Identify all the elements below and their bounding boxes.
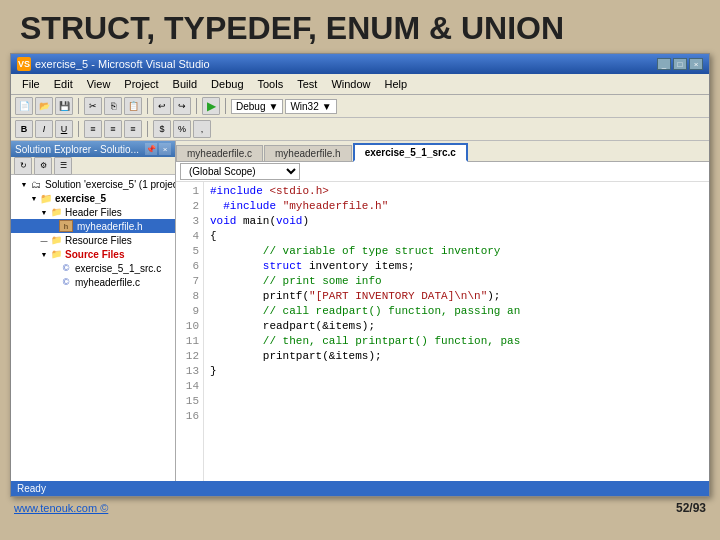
source-files-label: Source Files [65, 249, 124, 260]
headerfiles-expand[interactable] [39, 208, 49, 217]
footer-link[interactable]: www.tenouk.com © [14, 502, 108, 514]
debug-label: Debug [236, 101, 265, 112]
menu-tools[interactable]: Tools [251, 76, 291, 92]
title-bar: VS exercise_5 - Microsoft Visual Studio … [11, 54, 709, 74]
properties-icon[interactable]: ⚙ [34, 157, 52, 175]
header-file-icon: h [59, 220, 73, 232]
save-icon[interactable]: 💾 [55, 97, 73, 115]
align-left-icon[interactable]: ≡ [84, 120, 102, 138]
sep4 [225, 98, 226, 114]
page-title: STRUCT, TYPEDEF, ENUM & UNION [0, 0, 720, 53]
exc-expand [49, 264, 59, 273]
tree-view: 🗂 Solution 'exercise_5' (1 project) 📁 ex… [11, 175, 175, 481]
header-files-label: Header Files [65, 207, 122, 218]
percent-icon[interactable]: % [173, 120, 191, 138]
solution-expand[interactable] [19, 180, 29, 189]
exercise-src-node[interactable]: © exercise_5_1_src.c [11, 261, 175, 275]
menu-window[interactable]: Window [324, 76, 377, 92]
window-title: exercise_5 - Microsoft Visual Studio [35, 58, 653, 70]
main-content: Solution Explorer - Solutio... 📌 × ↻ ⚙ ☰… [11, 141, 709, 481]
menu-build[interactable]: Build [166, 76, 204, 92]
project-node[interactable]: 📁 exercise_5 [11, 191, 175, 205]
minimize-button[interactable]: _ [657, 58, 671, 70]
new-icon[interactable]: 📄 [15, 97, 33, 115]
exercise-src-label: exercise_5_1_src.c [75, 263, 161, 274]
redo-icon[interactable]: ↪ [173, 97, 191, 115]
scope-dropdown[interactable]: (Global Scope) [180, 163, 300, 180]
code-line: // call readpart() function, passing an [210, 304, 703, 319]
cut-icon[interactable]: ✂ [84, 97, 102, 115]
dollar-icon[interactable]: $ [153, 120, 171, 138]
platform-label: Win32 [290, 101, 318, 112]
code-line: readpart(&items); [210, 319, 703, 334]
tab-myheaderfile-h[interactable]: myheaderfile.h [264, 145, 352, 161]
showall-icon[interactable]: ☰ [54, 157, 72, 175]
cpp-icon1: © [59, 262, 73, 274]
pin-icon[interactable]: 📌 [145, 143, 157, 155]
toolbar-row-1: 📄 📂 💾 ✂ ⎘ 📋 ↩ ↪ ▶ Debug ▼ Win32 ▼ [11, 95, 709, 118]
underline-icon[interactable]: U [55, 120, 73, 138]
sep3 [196, 98, 197, 114]
menu-help[interactable]: Help [378, 76, 415, 92]
myheaderfile-h-node[interactable]: h myheaderfile.h [11, 219, 175, 233]
menu-debug[interactable]: Debug [204, 76, 250, 92]
menu-file[interactable]: File [15, 76, 47, 92]
undo-icon[interactable]: ↩ [153, 97, 171, 115]
menu-view[interactable]: View [80, 76, 118, 92]
code-line: #include "myheaderfile.h" [210, 199, 703, 214]
solution-icon: 🗂 [29, 178, 43, 190]
copy-icon[interactable]: ⎘ [104, 97, 122, 115]
panel-close-icon[interactable]: × [159, 143, 171, 155]
scope-bar: (Global Scope) [176, 162, 709, 182]
header-files-node[interactable]: 📁 Header Files [11, 205, 175, 219]
bold-icon[interactable]: B [15, 120, 33, 138]
code-area[interactable]: 12345 678910 1112131415 16 #include <std… [176, 182, 709, 481]
platform-dropdown[interactable]: Win32 ▼ [285, 99, 336, 114]
code-line: // print some info [210, 274, 703, 289]
run-icon[interactable]: ▶ [202, 97, 220, 115]
platform-arrow: ▼ [322, 101, 332, 112]
code-line: // variable of type struct inventory [210, 244, 703, 259]
open-icon[interactable]: 📂 [35, 97, 53, 115]
solution-explorer-titlebar: Solution Explorer - Solutio... 📌 × [11, 141, 175, 157]
panel-icons: 📌 × [145, 143, 171, 155]
code-content[interactable]: #include <stdio.h> #include "myheaderfil… [204, 182, 709, 481]
close-button[interactable]: × [689, 58, 703, 70]
align-right-icon[interactable]: ≡ [124, 120, 142, 138]
resfiles-expand[interactable] [39, 236, 49, 245]
refresh-icon[interactable]: ↻ [14, 157, 32, 175]
tab-myheaderfile-c[interactable]: myheaderfile.c [176, 145, 263, 161]
menu-bar: File Edit View Project Build Debug Tools… [11, 74, 709, 95]
comma-icon[interactable]: , [193, 120, 211, 138]
tab-exercise-src[interactable]: exercise_5_1_src.c [353, 143, 468, 162]
srcfiles-expand[interactable] [39, 250, 49, 259]
myheaderfile-c-label: myheaderfile.c [75, 277, 140, 288]
status-text: Ready [17, 483, 46, 494]
menu-edit[interactable]: Edit [47, 76, 80, 92]
mhfc-expand [49, 278, 59, 287]
tab-bar: myheaderfile.c myheaderfile.h exercise_5… [176, 141, 709, 162]
source-files-node[interactable]: 📁 Source Files [11, 247, 175, 261]
resource-files-node[interactable]: 📁 Resource Files [11, 233, 175, 247]
project-icon: 📁 [39, 192, 53, 204]
resource-files-label: Resource Files [65, 235, 132, 246]
myheaderfile-c-node[interactable]: © myheaderfile.c [11, 275, 175, 289]
project-label: exercise_5 [55, 193, 106, 204]
sep5 [78, 121, 79, 137]
footer-page: 52/93 [676, 501, 706, 515]
maximize-button[interactable]: □ [673, 58, 687, 70]
debug-dropdown[interactable]: Debug ▼ [231, 99, 283, 114]
italic-icon[interactable]: I [35, 120, 53, 138]
solution-explorer: Solution Explorer - Solutio... 📌 × ↻ ⚙ ☰… [11, 141, 176, 481]
align-center-icon[interactable]: ≡ [104, 120, 122, 138]
project-expand[interactable] [29, 194, 39, 203]
code-line: printf("[PART INVENTORY DATA]\n\n"); [210, 289, 703, 304]
code-editor: myheaderfile.c myheaderfile.h exercise_5… [176, 141, 709, 481]
paste-icon[interactable]: 📋 [124, 97, 142, 115]
solution-node[interactable]: 🗂 Solution 'exercise_5' (1 project) [11, 177, 175, 191]
menu-test[interactable]: Test [290, 76, 324, 92]
menu-project[interactable]: Project [117, 76, 165, 92]
code-line: struct inventory items; [210, 259, 703, 274]
code-line: #include <stdio.h> [210, 184, 703, 199]
debug-arrow: ▼ [268, 101, 278, 112]
